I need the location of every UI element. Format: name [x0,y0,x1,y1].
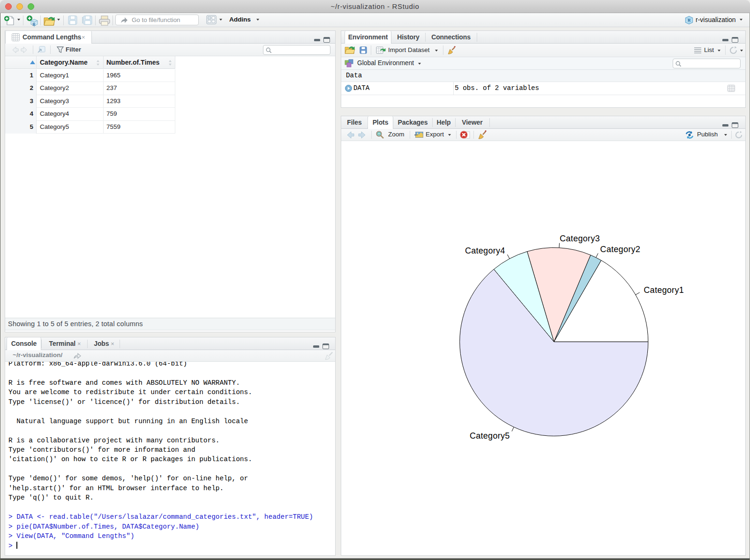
svg-text:Category2: Category2 [600,245,640,254]
svg-text:Category1: Category1 [644,285,684,295]
svg-text:Category3: Category3 [560,234,600,243]
svg-text:R: R [32,22,36,27]
svg-text:Category5: Category5 [470,431,510,441]
svg-text:Category4: Category4 [465,246,505,255]
svg-text:R: R [688,18,691,22]
